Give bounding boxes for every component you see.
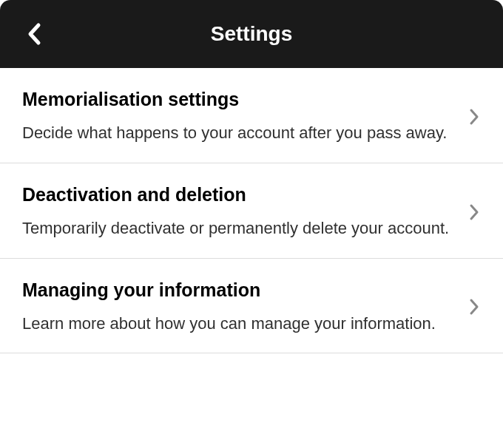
list-item-managing-info[interactable]: Managing your information Learn more abo… — [0, 259, 503, 354]
settings-list: Memorialisation settings Decide what hap… — [0, 68, 503, 353]
back-button[interactable] — [22, 22, 46, 46]
list-item-desc: Learn more about how you can manage your… — [22, 313, 456, 336]
list-item-title: Memorialisation settings — [22, 89, 456, 110]
list-item-desc: Temporarily deactivate or permanently de… — [22, 217, 456, 240]
chevron-right-icon — [467, 106, 481, 127]
list-item-text: Deactivation and deletion Temporarily de… — [22, 184, 467, 240]
chevron-left-icon — [27, 22, 41, 46]
chevron-right-icon — [467, 296, 481, 317]
list-item-memorialisation[interactable]: Memorialisation settings Decide what hap… — [0, 68, 503, 163]
list-item-title: Managing your information — [22, 279, 456, 301]
list-item-deactivation[interactable]: Deactivation and deletion Temporarily de… — [0, 163, 503, 259]
page-title: Settings — [211, 22, 292, 46]
chevron-right-icon — [467, 202, 481, 223]
list-item-desc: Decide what happens to your account afte… — [22, 122, 456, 145]
list-item-text: Managing your information Learn more abo… — [22, 279, 467, 336]
list-item-title: Deactivation and deletion — [22, 184, 456, 206]
list-item-text: Memorialisation settings Decide what hap… — [22, 89, 467, 145]
header-bar: Settings — [0, 0, 503, 68]
